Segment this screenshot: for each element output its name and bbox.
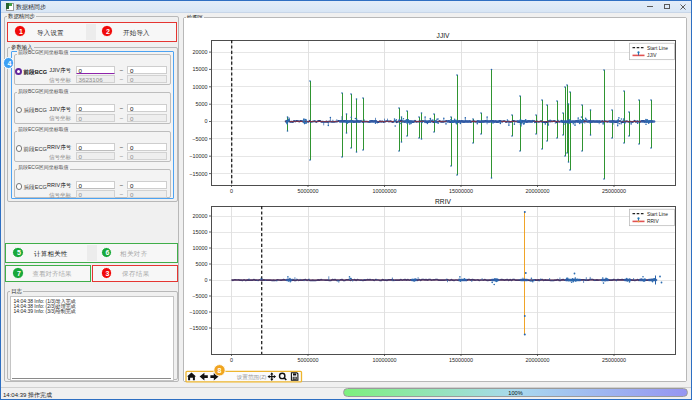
svg-text:20000000: 20000000 (526, 188, 550, 194)
svg-text:5000: 5000 (196, 261, 208, 267)
svg-text:Start Line: Start Line (647, 46, 668, 51)
svg-text:0: 0 (205, 277, 208, 283)
svg-text:15000000: 15000000 (449, 357, 473, 363)
svg-text:−10000: −10000 (189, 309, 207, 315)
svg-text:JJIV: JJIV (437, 32, 450, 39)
svg-text:10000000: 10000000 (373, 188, 397, 194)
svg-text:20000000: 20000000 (526, 357, 550, 363)
svg-text:−15000: −15000 (189, 171, 207, 177)
svg-text:RRIV: RRIV (435, 198, 451, 205)
svg-text:−5000: −5000 (192, 293, 207, 299)
svg-text:15000: 15000 (193, 66, 208, 72)
svg-text:10000: 10000 (193, 245, 208, 251)
svg-text:20000: 20000 (193, 213, 208, 219)
svg-text:0: 0 (230, 357, 233, 363)
svg-text:0: 0 (205, 118, 208, 124)
svg-text:−5000: −5000 (192, 136, 207, 142)
svg-text:−10000: −10000 (189, 153, 207, 159)
svg-text:5000: 5000 (196, 101, 208, 107)
svg-text:15000000: 15000000 (449, 188, 473, 194)
svg-text:25000000: 25000000 (602, 188, 626, 194)
svg-text:JJIV: JJIV (647, 53, 657, 58)
svg-text:5000000: 5000000 (298, 188, 319, 194)
svg-text:10000: 10000 (193, 84, 208, 90)
svg-text:RRIV: RRIV (647, 219, 659, 224)
svg-text:8: 8 (218, 367, 222, 374)
svg-text:0: 0 (230, 188, 233, 194)
svg-text:25000000: 25000000 (602, 357, 626, 363)
svg-text:Start Line: Start Line (647, 212, 668, 217)
svg-text:−15000: −15000 (189, 325, 207, 331)
svg-text:15000: 15000 (193, 229, 208, 235)
svg-text:20000: 20000 (193, 49, 208, 55)
svg-text:设置范围(Z): 设置范围(Z) (237, 374, 267, 381)
svg-text:10000000: 10000000 (373, 357, 397, 363)
svg-text:5000000: 5000000 (298, 357, 319, 363)
